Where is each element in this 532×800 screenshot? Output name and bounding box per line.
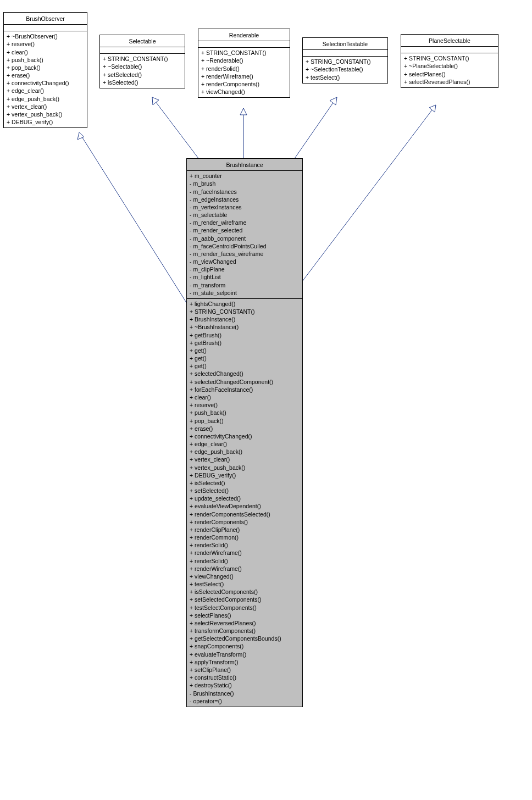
member-row: + STRING_CONSTANT() (103, 55, 182, 63)
member-row: + getSelectedComponentsBounds() (190, 635, 300, 642)
class-title: PlaneSelectable (401, 35, 498, 46)
member-row: + get() (190, 362, 300, 370)
member-row: + selectPlanes() (190, 612, 300, 619)
member-row: + testSelect() (190, 580, 300, 588)
member-row: - m_viewChanged (190, 258, 300, 265)
member-row: - m_lightList (190, 273, 300, 281)
svg-marker-2 (240, 108, 247, 115)
member-row: - operator=() (190, 697, 300, 705)
attr-section: + m_counter- m_brush- m_faceInstances- m… (187, 170, 302, 298)
member-row: + clear() (190, 393, 300, 401)
member-row: + pop_back() (190, 417, 300, 425)
member-row: + snapComponents() (190, 642, 300, 650)
method-section: + STRING_CONSTANT()+ ~Selectable()+ setS… (100, 53, 185, 88)
member-row: + ~BrushObserver() (7, 32, 84, 40)
member-row: + vertex_push_back() (7, 110, 84, 118)
method-section: + ~BrushObserver()+ reserve()+ clear()+ … (4, 31, 87, 127)
member-row: + connectivityChanged() (7, 79, 84, 87)
member-row: + vertex_push_back() (190, 464, 300, 471)
member-row: + reserve() (7, 40, 84, 48)
member-row: + ~Renderable() (201, 57, 287, 64)
svg-marker-4 (429, 105, 436, 112)
member-row: + setSelected() (190, 487, 300, 495)
member-row: - m_faceInstances (190, 188, 300, 196)
member-row: + lightsChanged() (190, 300, 300, 308)
member-row: - m_edgeInstances (190, 196, 300, 203)
member-row: + renderWireframe() (201, 73, 287, 80)
member-row: + STRING_CONSTANT() (404, 54, 495, 62)
class-planeselectable[interactable]: PlaneSelectable + STRING_CONSTANT()+ ~Pl… (401, 34, 498, 88)
member-row: + STRING_CONSTANT() (190, 308, 300, 315)
member-row: + renderSolid() (190, 541, 300, 549)
member-row: + isSelected() (103, 79, 182, 86)
member-row: + edge_clear() (7, 87, 84, 95)
member-row: + ~BrushInstance() (190, 323, 300, 331)
member-row: - m_clipPlane (190, 265, 300, 273)
member-row: + renderWireframe() (190, 565, 300, 573)
member-row: + forEachFaceInstance() (190, 386, 300, 393)
member-row: + setSelected() (103, 71, 182, 79)
member-row: + getBrush() (190, 331, 300, 339)
class-title: BrushObserver (4, 13, 87, 24)
member-row: + edge_clear() (190, 440, 300, 448)
attr-section (100, 47, 185, 53)
member-row: + DEBUG_verify() (7, 118, 84, 126)
member-row: - m_selectable (190, 211, 300, 219)
member-row: - m_faceCentroidPointsCulled (190, 242, 300, 250)
member-row: + selectReversedPlanes() (190, 619, 300, 627)
member-row: + vertex_clear() (190, 455, 300, 463)
member-row: + m_counter (190, 172, 300, 180)
method-section: + STRING_CONSTANT()+ ~SelectionTestable(… (303, 56, 387, 83)
member-row: - m_brush (190, 180, 300, 187)
member-row: + reserve() (190, 401, 300, 409)
member-row: + edge_push_back() (190, 448, 300, 455)
member-row: + getBrush() (190, 339, 300, 347)
member-row: + STRING_CONSTANT() (201, 49, 287, 57)
class-renderable[interactable]: Renderable + STRING_CONSTANT()+ ~Rendera… (198, 29, 290, 98)
class-brushobserver[interactable]: BrushObserver + ~BrushObserver()+ reserv… (3, 12, 87, 128)
member-row: + STRING_CONSTANT() (306, 58, 385, 65)
member-row: + DEBUG_verify() (190, 471, 300, 479)
member-row: - m_render_faces_wireframe (190, 250, 300, 258)
member-row: + destroyStatic() (190, 681, 300, 689)
member-row: + selectedChangedComponent() (190, 378, 300, 386)
member-row: + ~SelectionTestable() (306, 65, 385, 73)
member-row: + connectivityChanged() (190, 432, 300, 440)
attr-section (303, 49, 387, 56)
member-row: + update_selected() (190, 495, 300, 502)
member-row: + renderSolid() (201, 65, 287, 73)
member-row: + viewChanged() (201, 88, 287, 96)
class-selectable[interactable]: Selectable + STRING_CONSTANT()+ ~Selecta… (99, 35, 185, 88)
member-row: - m_render_wireframe (190, 219, 300, 226)
member-row: + erase() (190, 425, 300, 432)
member-row: + selectedChanged() (190, 370, 300, 377)
member-row: + selectPlanes() (404, 70, 495, 78)
member-row: + renderComponentsSelected() (190, 510, 300, 518)
member-row: + get() (190, 347, 300, 354)
member-row: + push_back() (7, 56, 84, 64)
method-section: + STRING_CONSTANT()+ ~Renderable()+ rend… (198, 47, 290, 97)
member-row: - BrushInstance() (190, 690, 300, 697)
class-brushinstance[interactable]: BrushInstance + m_counter- m_brush- m_fa… (186, 158, 303, 707)
member-row: + erase() (7, 71, 84, 79)
member-row: + evaluateViewDependent() (190, 502, 300, 510)
member-row: + selectReversedPlanes() (404, 78, 495, 86)
class-selectiontestable[interactable]: SelectionTestable + STRING_CONSTANT()+ ~… (302, 37, 388, 84)
svg-marker-1 (152, 97, 159, 105)
svg-marker-3 (330, 97, 337, 105)
member-row: + clear() (7, 48, 84, 56)
member-row: + evaluateTransform() (190, 651, 300, 658)
member-row: + renderWireframe() (190, 549, 300, 557)
member-row: + viewChanged() (190, 573, 300, 580)
member-row: - m_vertexInstances (190, 203, 300, 211)
member-row: + renderClipPlane() (190, 526, 300, 534)
attr-section (401, 46, 498, 53)
member-row: - m_aabb_component (190, 235, 300, 242)
svg-marker-0 (77, 132, 84, 140)
member-row: + testSelectComponents() (190, 604, 300, 612)
uml-canvas: BrushObserver + ~BrushObserver()+ reserv… (0, 0, 532, 800)
member-row: + isSelectedComponents() (190, 588, 300, 596)
member-row: + setSelectedComponents() (190, 596, 300, 603)
member-row: + renderComponents() (190, 518, 300, 526)
member-row: + setClipPlane() (190, 666, 300, 674)
